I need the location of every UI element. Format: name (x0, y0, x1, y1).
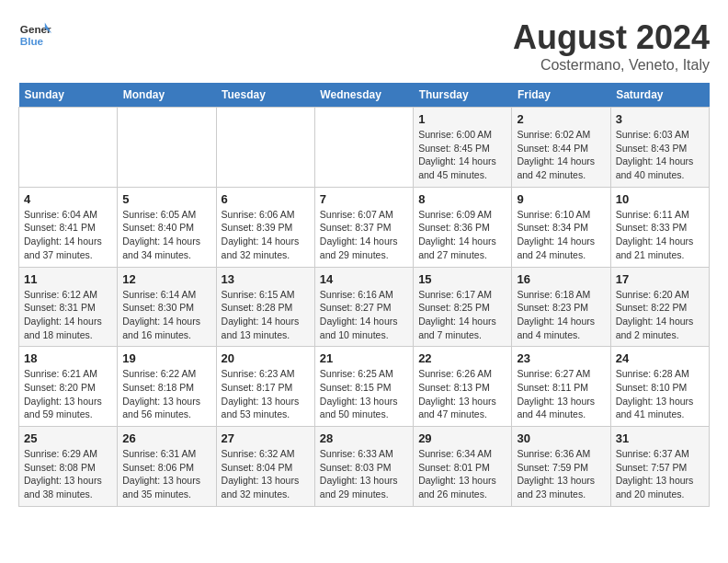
calendar-cell: 28Sunrise: 6:33 AM Sunset: 8:03 PM Dayli… (314, 427, 413, 507)
day-number: 2 (517, 112, 605, 126)
day-info: Sunrise: 6:11 AM Sunset: 8:33 PM Dayligh… (616, 208, 704, 262)
day-number: 6 (222, 192, 310, 206)
day-number: 28 (320, 431, 408, 445)
day-info: Sunrise: 6:29 AM Sunset: 8:08 PM Dayligh… (24, 447, 112, 501)
calendar-cell (314, 108, 413, 188)
day-info: Sunrise: 6:05 AM Sunset: 8:40 PM Dayligh… (122, 208, 210, 262)
day-info: Sunrise: 6:26 AM Sunset: 8:13 PM Dayligh… (418, 367, 506, 421)
day-number: 20 (222, 351, 310, 365)
calendar-cell: 12Sunrise: 6:14 AM Sunset: 8:30 PM Dayli… (118, 267, 216, 347)
subtitle: Costermano, Veneto, Italy (513, 57, 710, 74)
calendar-week-2: 4Sunrise: 6:04 AM Sunset: 8:41 PM Daylig… (19, 187, 710, 267)
day-number: 26 (122, 431, 210, 445)
calendar-cell: 4Sunrise: 6:04 AM Sunset: 8:41 PM Daylig… (19, 187, 118, 267)
header-sunday: Sunday (19, 83, 118, 108)
day-info: Sunrise: 6:33 AM Sunset: 8:03 PM Dayligh… (320, 447, 408, 501)
day-info: Sunrise: 6:17 AM Sunset: 8:25 PM Dayligh… (418, 288, 506, 342)
calendar-cell: 26Sunrise: 6:31 AM Sunset: 8:06 PM Dayli… (118, 427, 216, 507)
title-block: August 2024 Costermano, Veneto, Italy (513, 18, 710, 74)
day-info: Sunrise: 6:07 AM Sunset: 8:37 PM Dayligh… (320, 208, 408, 262)
day-number: 22 (418, 351, 506, 365)
calendar-table: SundayMondayTuesdayWednesdayThursdayFrid… (18, 83, 710, 507)
day-number: 14 (320, 272, 408, 286)
calendar-cell: 24Sunrise: 6:28 AM Sunset: 8:10 PM Dayli… (610, 347, 709, 427)
day-number: 12 (122, 272, 210, 286)
header-tuesday: Tuesday (216, 83, 314, 108)
calendar-cell: 21Sunrise: 6:25 AM Sunset: 8:15 PM Dayli… (314, 347, 413, 427)
header-wednesday: Wednesday (314, 83, 413, 108)
day-info: Sunrise: 6:04 AM Sunset: 8:41 PM Dayligh… (24, 208, 112, 262)
day-number: 29 (418, 431, 506, 445)
svg-text:Blue: Blue (20, 35, 44, 47)
calendar-cell: 5Sunrise: 6:05 AM Sunset: 8:40 PM Daylig… (118, 187, 216, 267)
day-info: Sunrise: 6:12 AM Sunset: 8:31 PM Dayligh… (24, 288, 112, 342)
calendar-cell: 27Sunrise: 6:32 AM Sunset: 8:04 PM Dayli… (216, 427, 314, 507)
calendar-cell: 13Sunrise: 6:15 AM Sunset: 8:28 PM Dayli… (216, 267, 314, 347)
day-number: 30 (517, 431, 605, 445)
day-info: Sunrise: 6:34 AM Sunset: 8:01 PM Dayligh… (418, 447, 506, 501)
day-info: Sunrise: 6:21 AM Sunset: 8:20 PM Dayligh… (24, 367, 112, 421)
calendar-cell: 2Sunrise: 6:02 AM Sunset: 8:44 PM Daylig… (512, 108, 610, 188)
day-number: 10 (616, 192, 704, 206)
calendar-cell: 8Sunrise: 6:09 AM Sunset: 8:36 PM Daylig… (414, 187, 512, 267)
day-number: 4 (24, 192, 112, 206)
calendar-cell: 25Sunrise: 6:29 AM Sunset: 8:08 PM Dayli… (19, 427, 118, 507)
logo: General Blue (18, 18, 51, 52)
day-number: 3 (616, 112, 704, 126)
day-number: 15 (418, 272, 506, 286)
day-info: Sunrise: 6:31 AM Sunset: 8:06 PM Dayligh… (122, 447, 210, 501)
calendar-cell: 23Sunrise: 6:27 AM Sunset: 8:11 PM Dayli… (512, 347, 610, 427)
calendar-cell: 10Sunrise: 6:11 AM Sunset: 8:33 PM Dayli… (610, 187, 709, 267)
day-number: 7 (320, 192, 408, 206)
calendar-cell (118, 108, 216, 188)
day-info: Sunrise: 6:28 AM Sunset: 8:10 PM Dayligh… (616, 367, 704, 421)
day-info: Sunrise: 6:27 AM Sunset: 8:11 PM Dayligh… (517, 367, 605, 421)
day-number: 9 (517, 192, 605, 206)
day-info: Sunrise: 6:20 AM Sunset: 8:22 PM Dayligh… (616, 288, 704, 342)
day-info: Sunrise: 6:36 AM Sunset: 7:59 PM Dayligh… (517, 447, 605, 501)
header: General Blue August 2024 Costermano, Ven… (18, 18, 710, 74)
day-number: 25 (24, 431, 112, 445)
calendar-cell: 15Sunrise: 6:17 AM Sunset: 8:25 PM Dayli… (414, 267, 512, 347)
calendar-cell: 9Sunrise: 6:10 AM Sunset: 8:34 PM Daylig… (512, 187, 610, 267)
day-number: 17 (616, 272, 704, 286)
day-number: 13 (222, 272, 310, 286)
calendar-cell (19, 108, 118, 188)
header-thursday: Thursday (414, 83, 512, 108)
calendar-cell: 14Sunrise: 6:16 AM Sunset: 8:27 PM Dayli… (314, 267, 413, 347)
day-info: Sunrise: 6:32 AM Sunset: 8:04 PM Dayligh… (222, 447, 310, 501)
day-info: Sunrise: 6:09 AM Sunset: 8:36 PM Dayligh… (418, 208, 506, 262)
day-info: Sunrise: 6:22 AM Sunset: 8:18 PM Dayligh… (122, 367, 210, 421)
day-info: Sunrise: 6:14 AM Sunset: 8:30 PM Dayligh… (122, 288, 210, 342)
calendar-cell: 1Sunrise: 6:00 AM Sunset: 8:45 PM Daylig… (414, 108, 512, 188)
header-friday: Friday (512, 83, 610, 108)
calendar-cell: 16Sunrise: 6:18 AM Sunset: 8:23 PM Dayli… (512, 267, 610, 347)
calendar-cell: 20Sunrise: 6:23 AM Sunset: 8:17 PM Dayli… (216, 347, 314, 427)
day-info: Sunrise: 6:06 AM Sunset: 8:39 PM Dayligh… (222, 208, 310, 262)
calendar-week-5: 25Sunrise: 6:29 AM Sunset: 8:08 PM Dayli… (19, 427, 710, 507)
header-monday: Monday (118, 83, 216, 108)
calendar-week-3: 11Sunrise: 6:12 AM Sunset: 8:31 PM Dayli… (19, 267, 710, 347)
calendar-cell: 29Sunrise: 6:34 AM Sunset: 8:01 PM Dayli… (414, 427, 512, 507)
day-number: 24 (616, 351, 704, 365)
calendar-week-4: 18Sunrise: 6:21 AM Sunset: 8:20 PM Dayli… (19, 347, 710, 427)
day-info: Sunrise: 6:00 AM Sunset: 8:45 PM Dayligh… (418, 128, 506, 182)
calendar-cell: 30Sunrise: 6:36 AM Sunset: 7:59 PM Dayli… (512, 427, 610, 507)
day-info: Sunrise: 6:16 AM Sunset: 8:27 PM Dayligh… (320, 288, 408, 342)
day-info: Sunrise: 6:25 AM Sunset: 8:15 PM Dayligh… (320, 367, 408, 421)
calendar-cell: 7Sunrise: 6:07 AM Sunset: 8:37 PM Daylig… (314, 187, 413, 267)
header-saturday: Saturday (610, 83, 709, 108)
day-info: Sunrise: 6:37 AM Sunset: 7:57 PM Dayligh… (616, 447, 704, 501)
day-number: 21 (320, 351, 408, 365)
day-info: Sunrise: 6:02 AM Sunset: 8:44 PM Dayligh… (517, 128, 605, 182)
day-number: 16 (517, 272, 605, 286)
day-number: 18 (24, 351, 112, 365)
calendar-header-row: SundayMondayTuesdayWednesdayThursdayFrid… (19, 83, 710, 108)
calendar-cell: 19Sunrise: 6:22 AM Sunset: 8:18 PM Dayli… (118, 347, 216, 427)
day-number: 5 (122, 192, 210, 206)
day-number: 31 (616, 431, 704, 445)
calendar-cell: 17Sunrise: 6:20 AM Sunset: 8:22 PM Dayli… (610, 267, 709, 347)
calendar-cell: 31Sunrise: 6:37 AM Sunset: 7:57 PM Dayli… (610, 427, 709, 507)
day-number: 1 (418, 112, 506, 126)
calendar-cell (216, 108, 314, 188)
